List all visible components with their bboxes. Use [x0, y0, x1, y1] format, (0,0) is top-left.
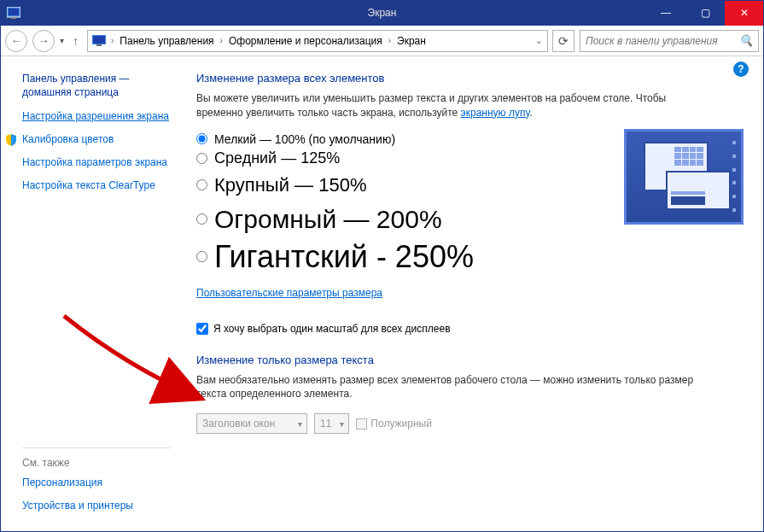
bold-label: Полужирный	[370, 418, 432, 430]
breadcrumb-item[interactable]: Экран	[395, 35, 428, 47]
main-content: ? Изменение размера всех элементов Вы мо…	[179, 56, 764, 532]
breadcrumb-item[interactable]: Оформление и персонализация	[227, 35, 384, 47]
radio-label: Средний — 125%	[214, 149, 340, 167]
refresh-button[interactable]: ⟳	[552, 30, 574, 52]
section-desc-all-elements: Вы можете увеличить или уменьшить размер…	[196, 91, 700, 120]
fontsize-combo[interactable]: 11	[314, 413, 349, 434]
search-box[interactable]: 🔍	[580, 30, 759, 52]
chevron-right-icon[interactable]: ›	[218, 36, 225, 45]
sidebar-see-also-header: См. также	[22, 457, 171, 469]
chevron-right-icon[interactable]: ›	[386, 36, 394, 45]
shield-icon	[5, 134, 17, 150]
radio-label: Крупный — 150%	[214, 174, 366, 196]
display-preview-image	[624, 129, 744, 225]
svg-rect-2	[11, 17, 16, 19]
search-input[interactable]	[586, 35, 753, 47]
window-titlebar: Экран — ▢ ✕	[0, 0, 764, 26]
radio-small[interactable]	[196, 133, 207, 144]
size-option-gigantic[interactable]: Гигантский - 250%	[196, 239, 744, 275]
chevron-right-icon[interactable]: ›	[108, 36, 116, 45]
sidebar: Панель управления — домашняя страница На…	[0, 56, 179, 532]
section-title-text-only: Изменение только размера текста	[196, 354, 744, 366]
svg-rect-4	[93, 36, 105, 44]
radio-medium[interactable]	[196, 153, 207, 164]
window-title: Экран	[368, 7, 397, 19]
app-icon	[5, 4, 22, 21]
up-button[interactable]: ↑	[69, 34, 82, 48]
checkbox-label: Я хочу выбрать один масштаб для всех дис…	[213, 323, 451, 335]
breadcrumb-dropdown[interactable]: ⌄	[535, 36, 542, 45]
sidebar-link-cleartype[interactable]: Настройка текста ClearType	[22, 178, 171, 193]
help-icon[interactable]: ?	[733, 61, 749, 77]
sidebar-link-personalization[interactable]: Персонализация	[22, 476, 171, 490]
radio-huge[interactable]	[196, 213, 207, 225]
address-bar: ← → ▾ ↑ › Панель управления › Оформление…	[0, 26, 764, 56]
single-scale-checkbox-row[interactable]: Я хочу выбрать один масштаб для всех дис…	[196, 323, 744, 335]
breadcrumb-item[interactable]: Панель управления	[118, 35, 215, 47]
forward-button[interactable]: →	[32, 30, 55, 52]
single-scale-checkbox[interactable]	[196, 323, 208, 335]
radio-label: Гигантский - 250%	[214, 239, 474, 275]
back-button[interactable]: ←	[5, 30, 27, 52]
maximize-button[interactable]: ▢	[685, 0, 725, 26]
radio-label: Огромный — 200%	[214, 205, 442, 234]
sidebar-link-display-params[interactable]: Настройка параметров экрана	[22, 155, 171, 170]
minimize-button[interactable]: —	[646, 0, 685, 26]
radio-gigantic[interactable]	[196, 251, 207, 262]
radio-label: Мелкий — 100% (по умолчанию)	[214, 132, 395, 146]
sidebar-link-resolution[interactable]: Настройка разрешения экрана	[22, 109, 171, 124]
custom-size-link[interactable]: Пользовательские параметры размера	[196, 287, 382, 299]
svg-rect-1	[9, 9, 19, 15]
element-combo[interactable]: Заголовки окон	[196, 413, 307, 434]
bold-checkbox[interactable]	[356, 418, 367, 430]
svg-rect-5	[96, 44, 102, 46]
sidebar-home-link[interactable]: Панель управления — домашняя страница	[22, 72, 171, 99]
display-icon	[91, 34, 107, 48]
radio-large[interactable]	[196, 179, 207, 190]
sidebar-link-calibration[interactable]: Калибровка цветов	[22, 132, 171, 147]
magnifier-link[interactable]: экранную лупу	[461, 107, 530, 119]
breadcrumb[interactable]: › Панель управления › Оформление и персо…	[87, 30, 548, 52]
close-button[interactable]: ✕	[725, 0, 764, 26]
sidebar-link-devices[interactable]: Устройства и принтеры	[22, 499, 171, 513]
section-title-all-elements: Изменение размера всех элементов	[196, 72, 744, 85]
section-desc-text-only: Вам необязательно изменять размер всех э…	[196, 373, 700, 402]
recent-dropdown[interactable]: ▾	[60, 36, 64, 45]
sidebar-item-label: Калибровка цветов	[22, 133, 114, 145]
search-icon[interactable]: 🔍	[739, 34, 753, 47]
bold-checkbox-row[interactable]: Полужирный	[356, 418, 432, 430]
